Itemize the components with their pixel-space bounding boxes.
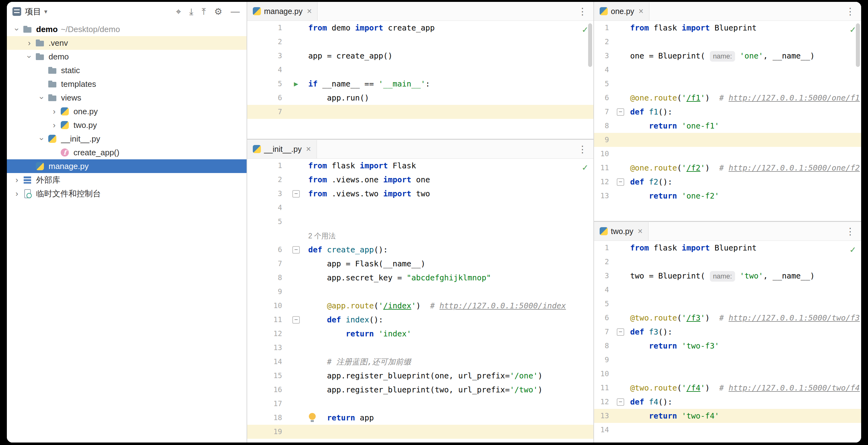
inspection-ok-icon[interactable]: ✓	[582, 24, 588, 35]
tree-item-venv[interactable]: ›.venv	[7, 36, 247, 50]
chevron-right-icon[interactable]: ›	[24, 38, 35, 48]
code-line[interactable]: 6@two.route('/f3') # http://127.0.0.1:50…	[594, 311, 861, 325]
tree-item-[interactable]: ›外部库	[7, 173, 247, 187]
code-line[interactable]: 7−def f3():	[594, 325, 861, 339]
close-icon[interactable]: ×	[638, 227, 643, 236]
code-line[interactable]: 4	[247, 201, 593, 215]
close-icon[interactable]: ×	[307, 6, 312, 16]
tree-item-static[interactable]: static	[7, 63, 247, 77]
code-line[interactable]: 3−from .views.two import two	[247, 187, 593, 201]
code-line[interactable]: 10	[594, 367, 861, 381]
fold-icon[interactable]: −	[617, 178, 624, 186]
code-line[interactable]: 18 return app	[247, 411, 593, 425]
tab-manage-py[interactable]: manage.py ×	[247, 2, 317, 21]
code-line[interactable]: 7	[247, 105, 593, 119]
code-line[interactable]: 6 app.run()	[247, 91, 593, 105]
code-line[interactable]: 17	[247, 397, 593, 411]
code-line[interactable]: 15 app.register_blueprint(one, url_prefi…	[247, 369, 593, 383]
code-editor-manage[interactable]: ✓ 1from demo import create_app23app = cr…	[247, 21, 593, 139]
code-line[interactable]: 2	[594, 255, 861, 269]
code-line[interactable]: 3one = Blueprint( name: 'one', __name__)	[594, 49, 861, 63]
close-icon[interactable]: ×	[306, 145, 311, 154]
locate-icon[interactable]: ⌖	[176, 6, 181, 17]
code-line[interactable]: 3app = create_app()	[247, 49, 593, 63]
code-line[interactable]: 6@one.route('/f1') # http://127.0.0.1:50…	[594, 91, 861, 105]
tree-item-demo[interactable]: ›demo	[7, 50, 247, 63]
chevron-down-icon[interactable]: ›	[37, 92, 47, 103]
tree-item-one-py[interactable]: ›one.py	[7, 104, 247, 118]
more-options-icon[interactable]: ⋮	[845, 6, 861, 17]
code-line[interactable]: 5▶if __name__ == '__main__':	[247, 77, 593, 91]
chevron-down-icon[interactable]: ›	[37, 133, 47, 145]
tree-item-manage-py[interactable]: manage.py	[7, 159, 247, 173]
fold-icon[interactable]: −	[617, 328, 624, 336]
tab-init-py[interactable]: __init__.py ×	[247, 140, 317, 158]
chevron-right-icon[interactable]: ›	[49, 121, 60, 130]
tab-two-py[interactable]: two.py ×	[594, 222, 649, 241]
code-line[interactable]: 10 @app.route('/index') # http://127.0.0…	[247, 299, 593, 313]
code-line[interactable]: 7−def f1():	[594, 105, 861, 119]
chevron-right-icon[interactable]: ›	[49, 107, 60, 116]
chevron-down-icon[interactable]: ›	[12, 24, 22, 35]
chevron-right-icon[interactable]: ›	[11, 175, 23, 185]
tree-item-[interactable]: ›临时文件和控制台	[7, 187, 247, 200]
collapse-all-icon[interactable]: ⤒	[202, 6, 206, 17]
code-line[interactable]: 12−def f4():	[594, 395, 861, 409]
tab-one-py[interactable]: one.py ×	[594, 2, 649, 21]
code-line[interactable]: 5	[594, 297, 861, 311]
tree-item-views[interactable]: ›views	[7, 91, 247, 104]
expand-all-icon[interactable]: ⤓	[189, 6, 193, 17]
code-line[interactable]: 12−def f2():	[594, 175, 861, 189]
fold-icon[interactable]: −	[292, 316, 300, 324]
code-line[interactable]: 1from flask import Flask	[247, 159, 593, 173]
run-icon[interactable]: ▶	[294, 77, 298, 91]
inspection-ok-icon[interactable]: ✓	[582, 162, 588, 173]
code-line[interactable]: 5	[247, 215, 593, 229]
project-panel-title[interactable]: 项目	[25, 6, 41, 17]
more-options-icon[interactable]: ⋮	[578, 144, 593, 155]
scrollbar-thumb[interactable]	[856, 23, 860, 67]
code-line[interactable]: 11@one.route('/f2') # http://127.0.0.1:5…	[594, 161, 861, 175]
code-line[interactable]: 4	[594, 63, 861, 77]
code-line[interactable]: 11@two.route('/f4') # http://127.0.0.1:5…	[594, 381, 861, 395]
scrollbar-thumb[interactable]	[588, 23, 592, 67]
code-line[interactable]: 2from .views.one import one	[247, 173, 593, 187]
tree-item-templates[interactable]: templates	[7, 77, 247, 91]
code-line[interactable]: 16 app.register_blueprint(two, url_prefi…	[247, 383, 593, 397]
chevron-down-icon[interactable]: ›	[25, 51, 34, 62]
chevron-down-icon[interactable]: ▾	[44, 8, 47, 15]
code-line[interactable]: 9	[247, 285, 593, 299]
fold-icon[interactable]: −	[292, 246, 300, 254]
intention-bulb-icon[interactable]	[309, 413, 316, 420]
code-line[interactable]: 3two = Blueprint( name: 'two', __name__)	[594, 269, 861, 283]
code-editor-one[interactable]: ✓ 1from flask import Blueprint23one = Bl…	[594, 21, 861, 221]
code-line[interactable]: 6−def create_app():	[247, 243, 593, 257]
fold-icon[interactable]: −	[617, 108, 624, 116]
close-icon[interactable]: ×	[639, 6, 644, 16]
inspection-ok-icon[interactable]: ✓	[850, 24, 856, 35]
tree-item-two-py[interactable]: ›two.py	[7, 118, 247, 132]
code-line[interactable]: 14	[594, 423, 861, 437]
code-line[interactable]: 4	[247, 63, 593, 77]
code-line[interactable]: 10	[594, 147, 861, 161]
code-editor-two[interactable]: ✓ 1from flask import Blueprint23two = Bl…	[594, 241, 861, 443]
code-line[interactable]: 5	[594, 77, 861, 91]
fold-icon[interactable]: −	[617, 398, 624, 406]
inspection-ok-icon[interactable]: ✓	[850, 244, 856, 255]
code-line[interactable]: 19	[247, 425, 593, 439]
code-line[interactable]: 13 return 'one-f2'	[594, 189, 861, 203]
code-line[interactable]: 8 return 'two-f3'	[594, 339, 861, 353]
code-line[interactable]: 8 app.secret_key = "abcdefghijklmnop"	[247, 271, 593, 285]
more-options-icon[interactable]: ⋮	[845, 226, 861, 237]
code-line[interactable]: 1from flask import Blueprint	[594, 241, 861, 255]
code-line[interactable]: 13 return 'two-f4'	[594, 409, 861, 423]
code-line[interactable]: 12 return 'index'	[247, 327, 593, 341]
code-line[interactable]: 2	[247, 35, 593, 49]
fold-icon[interactable]: −	[292, 190, 300, 198]
chevron-right-icon[interactable]: ›	[11, 189, 23, 198]
tree-item-create-app[interactable]: create_app()	[7, 146, 247, 159]
code-line[interactable]: 1from demo import create_app	[247, 21, 593, 35]
code-line[interactable]: 4	[594, 283, 861, 297]
code-line[interactable]: 13	[247, 341, 593, 355]
tree-item-init-py[interactable]: ›__init__.py	[7, 132, 247, 146]
